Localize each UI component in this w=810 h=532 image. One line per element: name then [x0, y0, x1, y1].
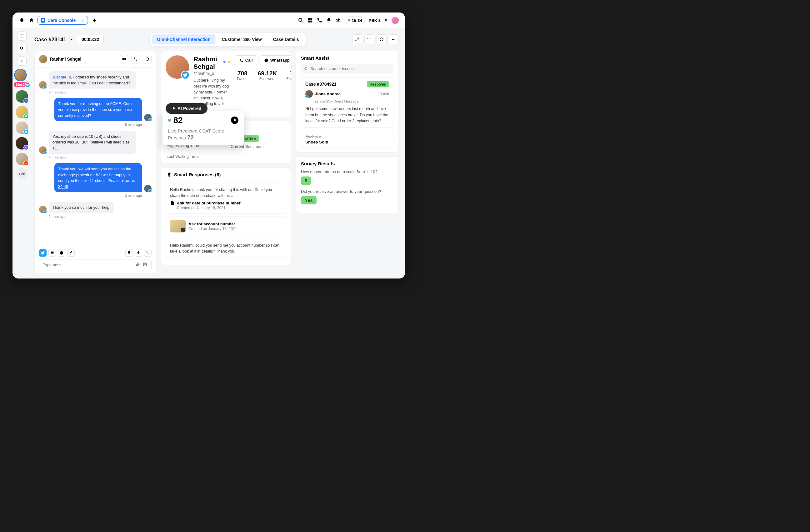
message-in: Thank you so much for your help!	[39, 201, 151, 213]
suggestions-button[interactable]	[125, 249, 133, 257]
svg-rect-2	[308, 21, 310, 22]
channel-facebook[interactable]	[67, 249, 75, 257]
assist-search-input[interactable]	[310, 66, 390, 71]
svg-point-6	[339, 19, 340, 20]
related-case[interactable]: Case #3784921 Resolved Jione Andrea 13 m…	[301, 78, 393, 128]
more-button[interactable]	[389, 34, 399, 44]
add-tab-button[interactable]: +	[93, 17, 96, 24]
app-logo	[19, 17, 25, 23]
msg-avatar	[39, 206, 47, 213]
channel-whatsapp[interactable]	[58, 249, 65, 257]
msg-time: 6 mins ago	[49, 90, 142, 94]
conversation-item[interactable]	[16, 137, 28, 150]
attach-icon[interactable]	[136, 262, 141, 267]
response-item[interactable]: Hello Rashmi, thank you for sharing this…	[166, 183, 286, 214]
video-call-button[interactable]	[120, 55, 128, 63]
ai-popover: AI Powered ♥ 82 Live Predicted CSAT Scor…	[162, 103, 244, 145]
search-icon[interactable]	[297, 17, 304, 23]
whatsapp-button[interactable]: Whatsapp	[260, 55, 291, 65]
menu-button[interactable]	[17, 31, 27, 41]
response-item[interactable]: Hello Rashmi, could you send me you acco…	[166, 239, 286, 258]
magic-button[interactable]	[364, 34, 374, 44]
phone-icon[interactable]	[316, 17, 323, 23]
svg-point-4	[338, 18, 339, 20]
message-out: Thank you for reaching out to ACME. Coul…	[39, 98, 151, 121]
tab-omni-channel[interactable]: Omni-Channel Interaction	[152, 34, 215, 44]
csat-score: 82	[174, 115, 183, 125]
survey-question: How do you rate us on a scale from 1 -10…	[301, 170, 393, 174]
heart-icon: ♥	[168, 117, 171, 124]
tab-customer-360[interactable]: Customer 360 View	[216, 34, 266, 44]
survey-title: Survey Results	[301, 161, 393, 166]
compose-box[interactable]	[39, 259, 151, 270]
sprinklr-button[interactable]	[135, 249, 142, 257]
tab-case-details[interactable]: Case Details	[268, 34, 304, 44]
svg-rect-0	[308, 18, 310, 20]
smart-assist-title: Smart Assist	[301, 55, 393, 61]
svg-rect-1	[310, 18, 312, 20]
case-meta: @jioan23 • Direct Message	[315, 99, 389, 104]
conversation-item[interactable]	[16, 122, 28, 134]
reddit-icon	[23, 161, 29, 166]
compose-input[interactable]	[43, 262, 133, 267]
station-label: PBK 3	[369, 18, 380, 23]
message-in: Yes, my shoe size is 10 (US) and shoes I…	[39, 131, 151, 154]
status-indicator[interactable]: 15:34	[344, 16, 365, 25]
tag-label: Hardware	[305, 134, 389, 139]
channel-chat[interactable]	[48, 249, 56, 257]
twitter-badge-icon	[181, 71, 190, 79]
conversation-item[interactable]	[16, 90, 28, 103]
home-icon[interactable]	[28, 17, 34, 23]
conversation-item[interactable]	[16, 153, 28, 165]
verified-icon	[223, 60, 226, 65]
msg-time: 5 mins ago	[49, 123, 142, 127]
voice-call-button[interactable]	[131, 55, 140, 63]
message-in: @acme Hi, I ordered my shoes recently an…	[39, 71, 151, 89]
refresh-button[interactable]	[376, 34, 387, 44]
close-tab-icon[interactable]	[81, 18, 85, 22]
case-dropdown-icon[interactable]	[69, 37, 74, 42]
svg-point-10	[395, 39, 395, 40]
case-user-avatar	[305, 90, 313, 98]
svg-point-12	[228, 61, 230, 62]
view-tabs: Omni-Channel Interaction Customer 360 Vi…	[150, 33, 306, 46]
channel-twitter[interactable]	[39, 249, 47, 257]
call-button[interactable]: Call	[235, 55, 258, 65]
document-icon	[170, 201, 175, 205]
template-icon[interactable]	[143, 262, 148, 267]
case-time: 13 min	[378, 92, 389, 96]
search-icon	[304, 67, 308, 71]
chat-refresh-button[interactable]	[143, 55, 151, 63]
case-timer: 00:05:32	[77, 35, 104, 44]
response-thumbnail	[170, 220, 185, 232]
following-count: 102	[286, 70, 291, 77]
survey-question: Did you receive an answer to your questi…	[301, 189, 393, 194]
user-avatar[interactable]	[392, 17, 399, 24]
rail-search-button[interactable]	[17, 44, 27, 53]
rail-expand-button[interactable]	[17, 56, 27, 66]
assist-search[interactable]	[301, 64, 393, 74]
response-item[interactable]: Ask for account number Created on Januar…	[166, 216, 286, 236]
sprinklr-logo-icon	[231, 117, 239, 124]
msg-avatar	[39, 81, 47, 89]
case-message: Hi I got some new runners last month and…	[305, 106, 389, 124]
bell-icon[interactable]	[326, 17, 332, 23]
popout-button[interactable]	[352, 34, 362, 44]
users-icon[interactable]	[335, 17, 341, 23]
tab-label: Care Console	[48, 18, 76, 23]
workspace-tab[interactable]: Care Console	[37, 16, 88, 25]
msg-time: 2 mins ago	[49, 215, 142, 219]
more-conversations[interactable]: +20	[16, 168, 28, 180]
conversation-item-active[interactable]: 10m 32s	[14, 69, 29, 87]
expand-compose-button[interactable]	[144, 249, 151, 257]
tag-value: Shoes Sold	[305, 140, 389, 145]
svg-point-9	[393, 39, 394, 40]
csat-label: Live Predicted CSAT Score	[168, 128, 239, 134]
conversation-item[interactable]	[16, 106, 28, 118]
tag-box: Hardware Shoes Sold	[301, 131, 393, 148]
apps-icon[interactable]	[307, 17, 313, 23]
case-user-name: Jione Andrea	[315, 92, 341, 97]
msg-time: 4 mins ago	[49, 155, 142, 159]
online-dot	[348, 19, 350, 21]
profile-name: Rashmi Sehgal	[193, 55, 221, 70]
